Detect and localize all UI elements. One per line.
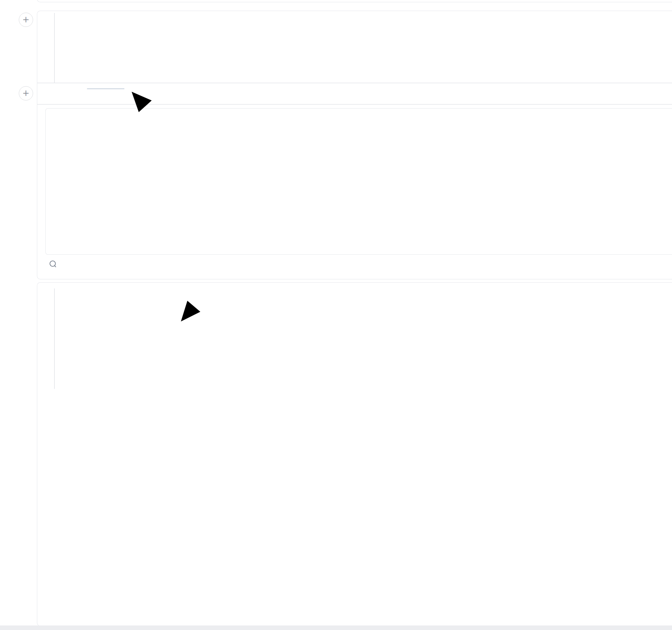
python-code-editor[interactable] [37, 283, 672, 389]
gutter-separator [54, 13, 55, 83]
python-cell [37, 282, 672, 626]
chart-output [37, 390, 672, 626]
add-cell-button-output[interactable]: + [19, 86, 33, 100]
search-icon[interactable] [50, 261, 56, 267]
previous-cell-edge [37, 0, 672, 2]
page-bottom-strip [0, 626, 672, 630]
add-cell-button-top[interactable]: + [19, 13, 33, 27]
output-variable-chip[interactable] [87, 89, 124, 89]
table-preview-card [45, 108, 672, 255]
gutter-separator [54, 288, 55, 389]
sql-code-editor[interactable] [37, 11, 672, 83]
sql-cell [37, 11, 672, 280]
divider [37, 104, 672, 105]
output-variable-bar [37, 83, 672, 104]
table-body [46, 173, 672, 255]
table-header [46, 108, 672, 173]
